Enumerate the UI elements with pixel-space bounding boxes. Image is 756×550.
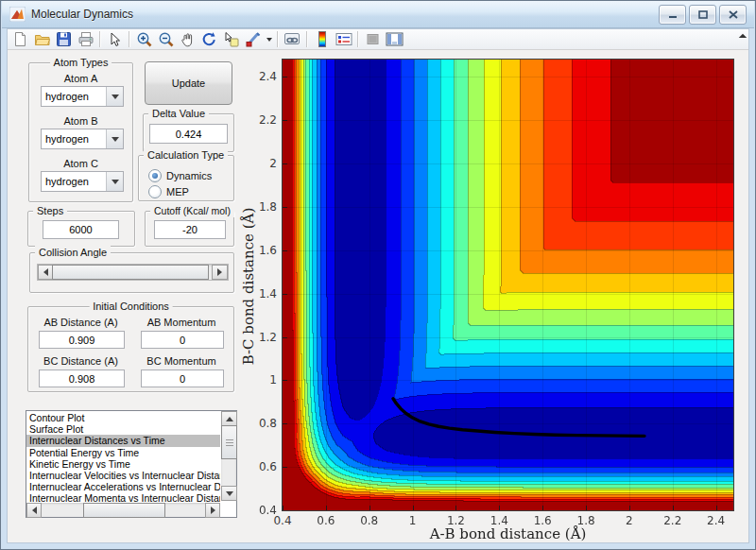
- combo-value: hydrogen: [42, 133, 106, 145]
- pan-button[interactable]: [177, 30, 198, 48]
- hscroll-thumb[interactable]: [83, 503, 165, 518]
- window-controls: [656, 5, 747, 25]
- initial-conditions-panel: Initial Conditions AB Distance (A)0.909A…: [27, 306, 234, 392]
- delta-value-field[interactable]: 0.424: [149, 124, 228, 144]
- atom-label-atom-a: Atom A: [29, 73, 132, 84]
- ic-label-bc-distance-a-: BC Distance (A): [39, 355, 123, 367]
- vscroll-up-button[interactable]: [221, 411, 237, 426]
- steps-field[interactable]: 6000: [43, 220, 119, 239]
- insert-legend-button[interactable]: [333, 30, 354, 48]
- ic-field-ab-distance-a-[interactable]: 0.909: [39, 331, 125, 349]
- insert-colorbar-button[interactable]: [311, 30, 333, 48]
- y-tick-label: 2.2: [245, 113, 277, 127]
- up-arrow-icon: [226, 417, 233, 421]
- combo-arrow-button[interactable]: [106, 172, 123, 191]
- toolbar-separator: [357, 31, 359, 47]
- toolbar-separator: [129, 31, 130, 47]
- data-cursor-button[interactable]: [220, 30, 242, 48]
- list-hscrollbar[interactable]: [26, 503, 220, 517]
- atom-select-atom-c[interactable]: hydrogen: [41, 171, 124, 192]
- atom-label-atom-b: Atom B: [29, 115, 132, 127]
- ic-label-bc-momentum: BC Momentum: [141, 355, 222, 367]
- list-item[interactable]: Internuclear Distances vs Time: [26, 435, 220, 446]
- link-plot-icon: [284, 31, 301, 47]
- left-arrow-icon: [32, 507, 37, 514]
- zoom-out-button[interactable]: [155, 30, 177, 48]
- combo-arrow-button[interactable]: [106, 129, 123, 148]
- show-plot-tools-icon: [386, 31, 404, 47]
- radio-label: Dynamics: [166, 170, 212, 181]
- edit-plot-button[interactable]: [104, 30, 126, 48]
- combo-arrow-button[interactable]: [106, 87, 123, 106]
- atom-select-atom-a[interactable]: hydrogen: [41, 86, 124, 107]
- cutoff-title: Cutoff (Kcal/ mol): [150, 204, 234, 217]
- title-bar[interactable]: Molecular Dynamics: [2, 1, 754, 28]
- atom-select-atom-b[interactable]: hydrogen: [41, 129, 124, 149]
- down-arrow-icon: [226, 491, 233, 496]
- link-plot-button[interactable]: [282, 30, 303, 48]
- list-item[interactable]: Kinetic Energy vs Time: [26, 458, 220, 470]
- combo-value: hydrogen: [42, 176, 106, 187]
- plot-type-listbox[interactable]: Contour PlotSurface PlotInternuclear Dis…: [26, 410, 237, 518]
- close-button[interactable]: [719, 5, 747, 25]
- list-item[interactable]: Internuclear Accelerations vs Internucle…: [26, 481, 220, 492]
- x-axis-label: A-B bond distance (Å): [283, 525, 733, 542]
- list-item[interactable]: Surface Plot: [26, 423, 220, 435]
- hscroll-left-button[interactable]: [26, 503, 42, 518]
- collision-angle-panel: Collision Angle: [29, 252, 234, 293]
- initial-conditions-title: Initial Conditions: [89, 300, 173, 313]
- open-file-button[interactable]: [31, 30, 53, 48]
- list-vscrollbar[interactable]: [221, 411, 236, 501]
- collision-angle-slider[interactable]: [37, 264, 229, 281]
- radio-mep[interactable]: MEP: [148, 184, 189, 198]
- vscroll-thumb[interactable]: [221, 425, 237, 459]
- ic-field-bc-distance-a-[interactable]: 0.908: [39, 370, 125, 387]
- radio-dynamics[interactable]: Dynamics: [148, 168, 212, 182]
- update-button[interactable]: Update: [145, 61, 232, 105]
- atom-label-atom-c: Atom C: [29, 158, 132, 169]
- list-items: Contour PlotSurface PlotInternuclear Dis…: [26, 412, 220, 505]
- open-file-icon: [34, 31, 51, 47]
- toolbar-separator: [306, 31, 308, 47]
- slider-thumb[interactable]: [52, 265, 209, 280]
- thumb-grip: [226, 442, 233, 443]
- minimize-icon: [668, 10, 678, 19]
- window-title: Molecular Dynamics: [31, 8, 133, 21]
- rotate-3d-icon: [201, 31, 217, 47]
- new-figure-button[interactable]: [9, 30, 31, 48]
- list-item[interactable]: Internuclear Velocities vs Internuclear …: [26, 470, 220, 481]
- brush-button[interactable]: [242, 30, 264, 48]
- rotate-3d-button[interactable]: [198, 30, 220, 48]
- print-figure-button[interactable]: [75, 30, 96, 48]
- zoom-in-button[interactable]: [133, 30, 155, 48]
- maximize-button[interactable]: [689, 5, 716, 25]
- list-item[interactable]: Contour Plot: [26, 412, 220, 423]
- chevron-down-icon: [112, 180, 119, 184]
- contour-plot: [282, 59, 734, 511]
- show-plot-tools-button[interactable]: [384, 30, 405, 48]
- list-item[interactable]: Potential Energy vs Time: [26, 447, 220, 458]
- cutoff-panel: Cutoff (Kcal/ mol) -20: [145, 211, 234, 247]
- radio-button-icon[interactable]: [148, 169, 162, 182]
- close-icon: [729, 10, 738, 19]
- cutoff-field[interactable]: -20: [154, 220, 226, 239]
- minimize-button[interactable]: [659, 5, 686, 25]
- chevron-down-icon: [112, 95, 119, 99]
- slider-right-arrow[interactable]: [212, 265, 228, 280]
- ic-field-bc-momentum[interactable]: 0: [141, 370, 224, 387]
- combo-value: hydrogen: [42, 91, 106, 102]
- dropdown-caret[interactable]: [264, 30, 274, 48]
- maximize-icon: [698, 10, 708, 19]
- hide-plot-tools-button[interactable]: [362, 30, 384, 48]
- vscroll-down-button[interactable]: [221, 486, 237, 501]
- update-button-label: Update: [172, 77, 205, 89]
- radio-button-icon[interactable]: [148, 185, 162, 198]
- zoom-out-icon: [158, 31, 174, 47]
- delta-value-title: Delta Value: [148, 107, 209, 120]
- edit-plot-icon: [107, 31, 123, 47]
- hscroll-right-button[interactable]: [205, 503, 220, 518]
- save-figure-button[interactable]: [53, 30, 75, 48]
- insert-colorbar-icon: [317, 31, 328, 47]
- ic-field-ab-momentum[interactable]: 0: [141, 331, 224, 349]
- ic-label-ab-momentum: AB Momentum: [141, 317, 222, 328]
